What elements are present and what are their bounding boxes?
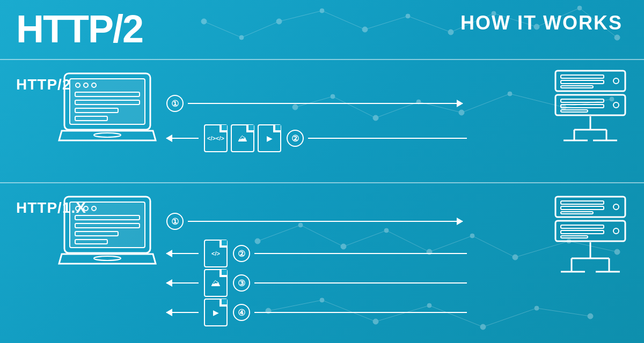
svg-point-106 — [613, 204, 619, 210]
svg-line-19 — [241, 21, 279, 38]
svg-rect-82 — [561, 99, 604, 102]
http2-request-arrow: ① — [166, 95, 467, 112]
svg-line-14 — [408, 16, 451, 32]
svg-point-80 — [613, 78, 619, 84]
svg-rect-83 — [561, 105, 604, 108]
http1x-step3: ③ — [233, 274, 250, 292]
http1x-request-arrow: ① — [166, 213, 467, 230]
laptop-icon-http1x — [59, 194, 156, 280]
svg-rect-104 — [561, 206, 604, 210]
file-code-icon: </> — [204, 124, 228, 152]
server-icon-http1x — [553, 194, 628, 307]
http1x-response1: </> ② — [166, 240, 467, 267]
main-title: HTTP/2 — [16, 10, 143, 48]
http1x-step4: ④ — [233, 304, 250, 321]
svg-line-20 — [204, 21, 241, 38]
svg-rect-103 — [561, 201, 604, 204]
svg-rect-77 — [561, 75, 604, 78]
http1x-response2: ⛰ ③ — [166, 269, 467, 297]
svg-rect-105 — [561, 212, 593, 214]
svg-line-13 — [365, 16, 408, 29]
section-http2: HTTP/2 ① </> — [0, 60, 644, 182]
http1x-response3: ▶ ④ — [166, 299, 467, 326]
svg-point-101 — [94, 256, 121, 260]
svg-point-75 — [94, 133, 121, 137]
server-icon-http2 — [553, 68, 628, 159]
svg-point-85 — [613, 102, 619, 108]
svg-rect-108 — [561, 225, 604, 228]
svg-rect-110 — [561, 236, 588, 238]
svg-rect-79 — [561, 86, 593, 88]
http1x-file-image: ⛰ — [204, 269, 228, 297]
svg-line-12 — [322, 11, 365, 29]
svg-rect-84 — [561, 110, 588, 112]
http1x-file-video: ▶ — [204, 299, 228, 326]
how-it-works-label: HOW IT WORKS — [460, 12, 623, 34]
http2-step2: ② — [287, 130, 304, 147]
svg-line-11 — [279, 11, 322, 21]
http1x-step1: ① — [166, 213, 184, 230]
svg-rect-109 — [561, 230, 604, 234]
file-video-icon: ▶ — [258, 124, 281, 152]
svg-rect-78 — [561, 80, 604, 84]
file-image-icon: ⛰ — [231, 124, 254, 152]
laptop-icon-http2 — [59, 71, 156, 156]
http1x-file-code: </> — [204, 240, 228, 267]
http1x-step2: ② — [233, 245, 250, 262]
section-http1x: HTTP/1.X ① </> ② ⛰ — [0, 183, 644, 343]
http2-response-arrow: </> ⛰ ▶ ② — [166, 124, 467, 152]
svg-point-111 — [613, 228, 619, 234]
http2-step1: ① — [166, 95, 184, 112]
